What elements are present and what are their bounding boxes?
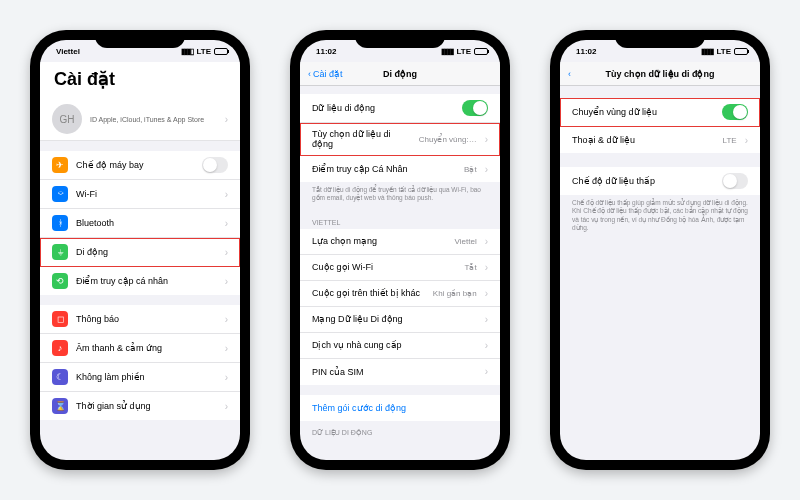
row-screentime[interactable]: ⌛ Thời gian sử dụng › (40, 392, 240, 420)
row-cellular-data[interactable]: Dữ liệu di động (300, 94, 500, 123)
phone-mock-cellular: 11:02 ▮▮▮▮ LTE ‹ Cài đặt Di động Dữ liệu… (290, 30, 510, 470)
row-label: Dịch vụ nhà cung cấp (312, 340, 477, 350)
row-label: Không làm phiền (76, 372, 217, 382)
signal-icon: ▮▮▮▮ (441, 47, 453, 56)
row-value: Bật (464, 165, 477, 174)
back-button[interactable]: ‹ Cài đặt (308, 69, 343, 79)
row-cellular[interactable]: ⏚ Di động › (40, 238, 240, 267)
chevron-left-icon: ‹ (568, 69, 571, 79)
signal-icon: ▮▮▮▯ (181, 47, 193, 56)
chevron-left-icon: ‹ (308, 69, 311, 79)
section-header-carrier: VIETTEL (300, 211, 500, 229)
row-low-data-mode[interactable]: Chế độ dữ liệu thấp (560, 167, 760, 195)
row-label: Lựa chọn mạng (312, 236, 447, 246)
chevron-right-icon: › (225, 276, 228, 287)
row-wifi-calling[interactable]: Cuộc gọi Wi-Fi Tắt › (300, 255, 500, 281)
chevron-right-icon: › (225, 218, 228, 229)
back-button[interactable]: ‹ (568, 69, 571, 79)
signal-icon: ▮▮▮▮ (701, 47, 713, 56)
row-label: Điểm truy cập cá nhân (76, 276, 217, 286)
notch (615, 30, 705, 48)
chevron-right-icon: › (225, 314, 228, 325)
chevron-right-icon: › (485, 262, 488, 273)
chevron-right-icon: › (225, 189, 228, 200)
row-bluetooth[interactable]: ᚼ Bluetooth › (40, 209, 240, 238)
row-label: Điểm truy cập Cá Nhân (312, 164, 456, 174)
notch (355, 30, 445, 48)
time-label: 11:02 (316, 47, 336, 56)
row-add-plan[interactable]: Thêm gói cước di động (300, 395, 500, 421)
chevron-right-icon: › (485, 314, 488, 325)
page-title-bar: Cài đặt (40, 62, 240, 98)
notch (95, 30, 185, 48)
row-value: Tắt (465, 263, 477, 272)
nav-header: ‹ Cài đặt Di động (300, 62, 500, 86)
cellular-icon: ⏚ (52, 244, 68, 260)
settings-group-system: ◻ Thông báo › ♪ Âm thanh & cảm ứng › ☾ K… (40, 305, 240, 420)
row-notifications[interactable]: ◻ Thông báo › (40, 305, 240, 334)
bluetooth-icon: ᚼ (52, 215, 68, 231)
row-data-options[interactable]: Tùy chọn dữ liệu di động Chuyển vùng:… › (300, 123, 500, 156)
chevron-right-icon: › (485, 340, 488, 351)
row-carrier-services[interactable]: Dịch vụ nhà cung cấp › (300, 333, 500, 359)
group-add-plan: Thêm gói cước di động (300, 395, 500, 421)
avatar: GH (52, 104, 82, 134)
row-wifi[interactable]: ⌔ Wi-Fi › (40, 180, 240, 209)
row-label: Thông báo (76, 314, 217, 324)
row-value: Viettel (455, 237, 477, 246)
wifi-icon: ⌔ (52, 186, 68, 202)
row-label: Âm thanh & cảm ứng (76, 343, 217, 353)
row-label: Thời gian sử dụng (76, 401, 217, 411)
row-airplane[interactable]: ✈ Chế độ máy bay (40, 151, 240, 180)
phone-mock-settings: Viettel ▮▮▮▯ LTE Cài đặt GH ID Apple, iC… (30, 30, 250, 470)
row-calls-other-devices[interactable]: Cuộc gọi trên thiết bị khác Khi gần bạn … (300, 281, 500, 307)
row-label: Wi-Fi (76, 189, 217, 199)
airplane-icon: ✈ (52, 157, 68, 173)
group-roaming: Chuyển vùng dữ liệu Thoại & dữ liệu LTE … (560, 98, 760, 153)
cellular-data-toggle[interactable] (462, 100, 488, 116)
chevron-right-icon: › (485, 288, 488, 299)
chevron-right-icon: › (485, 134, 488, 145)
footer-note: Tắt dữ liệu di động để truyền tất cả dữ … (300, 182, 500, 211)
back-label: Cài đặt (313, 69, 343, 79)
row-hotspot[interactable]: ⟲ Điểm truy cập cá nhân › (40, 267, 240, 295)
row-label: Chế độ máy bay (76, 160, 194, 170)
sounds-icon: ♪ (52, 340, 68, 356)
chevron-right-icon: › (225, 247, 228, 258)
row-network-selection[interactable]: Lựa chọn mạng Viettel › (300, 229, 500, 255)
row-data-roaming[interactable]: Chuyển vùng dữ liệu (560, 98, 760, 127)
row-cellular-network[interactable]: Mạng Dữ liệu Di động › (300, 307, 500, 333)
row-voice-data[interactable]: Thoại & dữ liệu LTE › (560, 127, 760, 153)
row-sounds[interactable]: ♪ Âm thanh & cảm ứng › (40, 334, 240, 363)
row-value: Chuyển vùng:… (419, 135, 477, 144)
row-sim-pin[interactable]: PIN của SIM › (300, 359, 500, 385)
network-label: LTE (716, 47, 731, 56)
chevron-right-icon: › (225, 114, 228, 125)
apple-id-row[interactable]: GH ID Apple, iCloud, iTunes & App Store … (40, 98, 240, 141)
row-label: Thêm gói cước di động (312, 403, 488, 413)
hotspot-icon: ⟲ (52, 273, 68, 289)
row-label: Bluetooth (76, 218, 217, 228)
row-hotspot[interactable]: Điểm truy cập Cá Nhân Bật › (300, 156, 500, 182)
low-data-toggle[interactable] (722, 173, 748, 189)
page-title: Tùy chọn dữ liệu di động (606, 69, 715, 79)
row-label: Cuộc gọi trên thiết bị khác (312, 288, 425, 298)
carrier-label: Viettel (56, 47, 80, 56)
group-data: Dữ liệu di động Tùy chọn dữ liệu di động… (300, 94, 500, 182)
phone-mock-data-options: 11:02 ▮▮▮▮ LTE ‹ Tùy chọn dữ liệu di độn… (550, 30, 770, 470)
row-label: Chế độ dữ liệu thấp (572, 176, 714, 186)
chevron-right-icon: › (225, 401, 228, 412)
row-value: LTE (723, 136, 737, 145)
roaming-toggle[interactable] (722, 104, 748, 120)
group-low-data: Chế độ dữ liệu thấp (560, 167, 760, 195)
airplane-toggle[interactable] (202, 157, 228, 173)
page-title: Cài đặt (54, 68, 226, 90)
chevron-right-icon: › (745, 135, 748, 146)
notifications-icon: ◻ (52, 311, 68, 327)
chevron-right-icon: › (225, 372, 228, 383)
row-label: Thoại & dữ liệu (572, 135, 715, 145)
row-dnd[interactable]: ☾ Không làm phiền › (40, 363, 240, 392)
network-label: LTE (196, 47, 211, 56)
row-label: Mạng Dữ liệu Di động (312, 314, 477, 324)
chevron-right-icon: › (485, 236, 488, 247)
